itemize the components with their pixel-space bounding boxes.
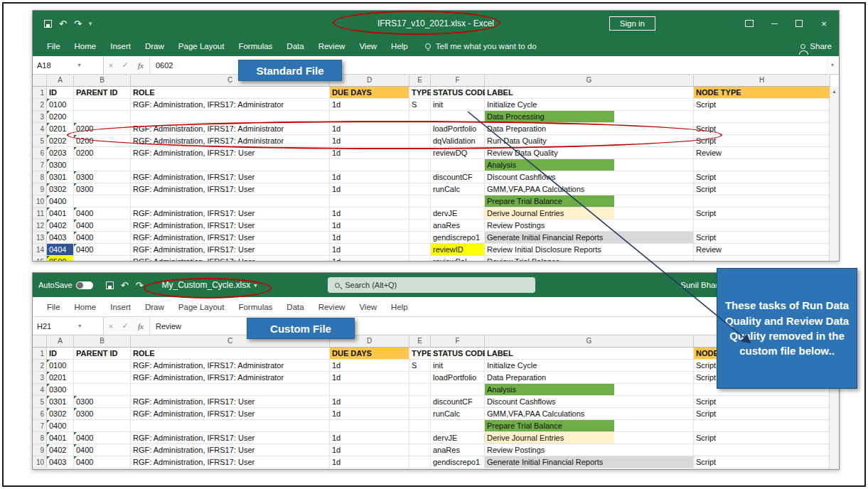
enter-icon[interactable]: ✓: [118, 60, 132, 70]
sheet-cell[interactable]: RGF: Administration, IFRS17: User: [131, 256, 330, 261]
sheet-cell[interactable]: RGF: Administration, IFRS17: Administrat…: [131, 99, 330, 111]
ribbon-tab-insert[interactable]: Insert: [103, 42, 138, 50]
sheet-cell[interactable]: 1d: [330, 147, 409, 159]
sheet-cell[interactable]: 0400: [74, 244, 131, 256]
sheet-cell[interactable]: [694, 111, 830, 123]
row-number-6[interactable]: 6: [33, 408, 47, 420]
sheet-cell[interactable]: Script: [694, 123, 830, 135]
row-number-7[interactable]: 7: [33, 420, 47, 432]
sheet-cell[interactable]: dqValidation: [431, 135, 485, 147]
sheet-cell[interactable]: 1d: [330, 432, 409, 444]
sheet-cell[interactable]: 0300: [74, 396, 131, 408]
sheet-cell[interactable]: Derive Journal Entries: [485, 432, 694, 444]
insert-function-icon[interactable]: fx: [132, 61, 149, 70]
column-letter-A[interactable]: A: [47, 75, 74, 87]
sheet-cell[interactable]: 0402: [47, 444, 74, 456]
tell-me-box[interactable]: Tell me what you want to do: [425, 42, 537, 50]
sheet-cell[interactable]: [131, 384, 330, 396]
sheet-cell[interactable]: Script: [694, 456, 830, 468]
sheet-cell[interactable]: [330, 159, 409, 171]
sheet-cell[interactable]: Analysis: [485, 159, 694, 171]
sheet-cell[interactable]: Prepare Trial Balance: [485, 420, 694, 432]
ribbon-tab-page-layout[interactable]: Page Layout: [171, 303, 232, 311]
sheet-cell[interactable]: reviewBal: [431, 256, 485, 261]
sheet-cell[interactable]: 0403: [47, 232, 74, 244]
row-number-6[interactable]: 6: [33, 147, 47, 159]
sheet-cell[interactable]: [74, 111, 131, 123]
sheet-header-cell[interactable]: ROLE: [131, 87, 330, 99]
row-number-9[interactable]: 9: [33, 183, 47, 195]
sheet-header-cell[interactable]: TYPE: [409, 87, 431, 99]
sheet-cell[interactable]: 1d: [330, 135, 409, 147]
sheet-cell[interactable]: [409, 123, 431, 135]
row-number-9[interactable]: 9: [33, 444, 47, 456]
sheet-cell[interactable]: anaRes: [431, 220, 485, 232]
row-number-1[interactable]: 1: [33, 87, 47, 99]
ribbon-tab-insert[interactable]: Insert: [103, 303, 138, 311]
sheet-cell[interactable]: [694, 220, 830, 232]
sheet-cell[interactable]: RGF: Administration, IFRS17: Administrat…: [131, 123, 330, 135]
row-number-2[interactable]: 2: [33, 360, 47, 372]
sheet-cell[interactable]: init: [431, 99, 485, 111]
sheet-cell[interactable]: Review Postings: [485, 220, 694, 232]
sheet-cell[interactable]: reviewDQ: [431, 147, 485, 159]
sheet-cell[interactable]: dervJE: [431, 208, 485, 220]
row-number-15[interactable]: 15: [33, 256, 47, 261]
sheet-cell[interactable]: S: [409, 99, 431, 111]
sheet-cell[interactable]: RGF: Administration, IFRS17: User: [131, 208, 330, 220]
sheet-cell[interactable]: [431, 384, 485, 396]
row-number-5[interactable]: 5: [33, 135, 47, 147]
sheet-cell[interactable]: Script: [694, 396, 830, 408]
sheet-cell[interactable]: [409, 171, 431, 183]
sheet-cell[interactable]: Script: [694, 183, 830, 195]
sheet-cell[interactable]: Review: [694, 147, 830, 159]
sheet-header-cell[interactable]: ID: [47, 348, 74, 360]
column-letter-G[interactable]: G: [485, 75, 694, 87]
ribbon-tab-page-layout[interactable]: Page Layout: [171, 42, 232, 50]
sheet-cell[interactable]: 0300: [47, 159, 74, 171]
ribbon-tab-home[interactable]: Home: [68, 42, 104, 50]
sheet-cell[interactable]: 0400: [74, 208, 131, 220]
name-box[interactable]: H21 ▾: [33, 317, 104, 335]
insert-function-icon[interactable]: fx: [132, 322, 149, 331]
ribbon-tab-help[interactable]: Help: [384, 303, 415, 311]
column-letter-A[interactable]: A: [47, 335, 74, 348]
ribbon-tab-file[interactable]: File: [40, 42, 68, 50]
column-letter-E[interactable]: E: [409, 335, 431, 348]
sheet-cell[interactable]: [409, 408, 431, 420]
sheet-cell[interactable]: [409, 432, 431, 444]
ribbon-tab-draw[interactable]: Draw: [138, 303, 171, 311]
ribbon-tab-home[interactable]: Home: [68, 303, 104, 311]
vertical-scrollbar[interactable]: ▲: [829, 87, 839, 261]
row-number-10[interactable]: 10: [33, 456, 47, 468]
sheet-cell[interactable]: 1d: [330, 256, 409, 261]
row-number-8[interactable]: 8: [33, 171, 47, 183]
minimize-icon[interactable]: [765, 16, 783, 31]
sheet-cell[interactable]: [131, 420, 330, 432]
undo-icon[interactable]: ↶: [59, 18, 67, 29]
sheet-cell[interactable]: Script: [694, 408, 830, 420]
sheet-cell[interactable]: [409, 396, 431, 408]
sheet-cell[interactable]: Data Preparation: [485, 123, 694, 135]
sheet-header-cell[interactable]: NODE TYPE: [694, 87, 830, 99]
search-box[interactable]: Search (Alt+Q): [328, 277, 535, 293]
sheet-cell[interactable]: [409, 220, 431, 232]
sheet-cell[interactable]: 1d: [330, 123, 409, 135]
sheet-cell[interactable]: RGF: Administration, IFRS17: User: [131, 147, 330, 159]
sheet-cell[interactable]: gendiscrepo1: [431, 232, 485, 244]
sheet-cell[interactable]: Script: [694, 232, 830, 244]
redo-icon[interactable]: ↷: [74, 18, 82, 29]
ribbon-tab-data[interactable]: Data: [279, 42, 311, 50]
sheet-cell[interactable]: 1d: [330, 456, 409, 468]
sheet-cell[interactable]: Script: [694, 171, 830, 183]
sheet-header-cell[interactable]: LABEL: [485, 87, 694, 99]
sheet-cell[interactable]: Review Trial Balance: [485, 256, 694, 261]
name-box[interactable]: A18 ▾: [33, 56, 104, 74]
sheet-cell[interactable]: 0100: [47, 99, 74, 111]
sheet-cell[interactable]: 0402: [47, 220, 74, 232]
sheet-cell[interactable]: 0403: [47, 456, 74, 468]
sheet-cell[interactable]: 0400: [74, 432, 131, 444]
sheet-cell[interactable]: 1d: [330, 372, 409, 384]
scroll-up-icon[interactable]: ▲: [830, 89, 839, 94]
autosave-toggle[interactable]: AutoSave: [38, 281, 93, 289]
